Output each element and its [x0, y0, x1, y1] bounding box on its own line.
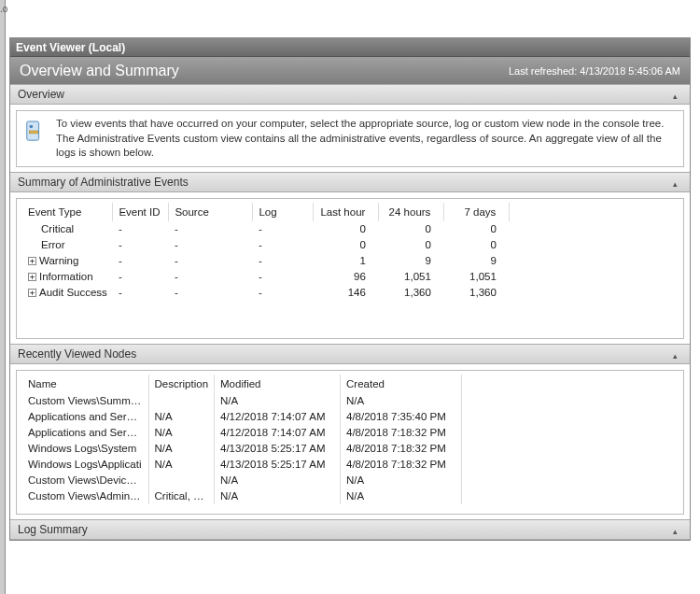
cell-log: - [253, 285, 314, 301]
cell-modified: N/A [215, 393, 341, 409]
cell-created: N/A [341, 473, 462, 488]
expand-icon[interactable]: + [28, 289, 36, 297]
overview-header-label: Overview [18, 88, 64, 101]
cell-7-days: 0 [444, 237, 510, 253]
cell-modified: 4/13/2018 5:25:17 AM [215, 457, 341, 473]
cell-source: - [169, 269, 253, 285]
cell-name: Custom Views\Device M... [22, 473, 148, 488]
summary-table: Event Type Event ID Source Log Last hour… [22, 203, 678, 301]
overview-header[interactable]: Overview ▴ [10, 84, 690, 105]
cell-modified: 4/12/2018 7:14:07 AM [215, 425, 341, 441]
cell-event-id: - [113, 285, 169, 301]
cell-24-hours: 9 [379, 253, 444, 269]
expand-icon[interactable]: + [28, 273, 36, 281]
col-24-hours[interactable]: 24 hours [379, 203, 444, 221]
cell-7-days: 9 [444, 253, 510, 269]
cell-description [148, 393, 215, 409]
table-row[interactable]: Error---000 [22, 237, 678, 253]
collapse-icon: ▴ [673, 527, 682, 532]
log-summary-header[interactable]: Log Summary ▴ [10, 519, 690, 540]
cell-created: 4/8/2018 7:18:32 PM [341, 441, 462, 457]
cell-log: - [253, 269, 314, 285]
cell-source: - [169, 221, 253, 237]
cell-name: Windows Logs\Applicati [22, 457, 148, 473]
cell-name: Applications and Service... [22, 425, 148, 441]
banner-title: Overview and Summary [20, 63, 179, 79]
collapse-icon: ▴ [673, 179, 682, 185]
cell-last-hour: 96 [314, 269, 379, 285]
summary-header-row: Event Type Event ID Source Log Last hour… [22, 203, 678, 221]
svg-rect-1 [30, 131, 38, 134]
cell-log: - [253, 237, 314, 253]
cell-modified: 4/12/2018 7:14:07 AM [215, 409, 341, 425]
col-modified[interactable]: Modified [215, 375, 341, 393]
cell-name: Custom Views\Summary... [22, 393, 148, 409]
cell-last-hour: 1 [314, 253, 379, 269]
cell-log: - [253, 221, 314, 237]
table-row[interactable]: Applications and Service...N/A4/12/2018 … [22, 409, 678, 425]
collapse-icon: ▴ [673, 92, 682, 97]
recent-header[interactable]: Recently Viewed Nodes ▴ [10, 344, 690, 364]
recent-table: Name Description Modified Created Custom… [22, 375, 678, 504]
cell-7-days: 0 [444, 221, 510, 237]
cell-event-id: - [113, 237, 169, 253]
col-spacer [510, 203, 678, 221]
col-description[interactable]: Description [148, 375, 215, 393]
summary-table-wrap: Event Type Event ID Source Log Last hour… [16, 198, 684, 339]
cell-last-hour: 0 [314, 237, 379, 253]
table-row[interactable]: +Warning---199 [22, 253, 678, 269]
cell-last-hour: 146 [314, 285, 379, 301]
col-name[interactable]: Name [22, 375, 148, 393]
col-last-hour[interactable]: Last hour [314, 203, 379, 221]
col-log[interactable]: Log [253, 203, 314, 221]
cell-modified: N/A [215, 488, 341, 504]
col-source[interactable]: Source [169, 203, 253, 221]
overview-text: To view events that have occurred on you… [56, 117, 676, 161]
left-window-edge: .o [0, 0, 6, 594]
recent-header-label: Recently Viewed Nodes [18, 347, 136, 361]
cell-log: - [253, 253, 314, 269]
cell-description: N/A [148, 425, 215, 441]
table-row[interactable]: +Audit Success---1461,3601,360 [22, 285, 678, 301]
cell-description: N/A [148, 409, 215, 425]
cell-created: N/A [341, 393, 462, 409]
recent-section: Recently Viewed Nodes ▴ Name Description… [10, 344, 690, 515]
table-row[interactable]: Critical---000 [22, 221, 678, 237]
col-spacer [462, 375, 678, 393]
log-summary-section: Log Summary ▴ [10, 519, 690, 540]
table-row[interactable]: Custom Views\Summary...N/AN/A [22, 393, 678, 409]
summary-header[interactable]: Summary of Administrative Events ▴ [10, 172, 690, 192]
col-event-type[interactable]: Event Type [22, 203, 113, 221]
expand-icon[interactable]: + [28, 257, 36, 265]
table-row[interactable]: Custom Views\Device M...N/AN/A [22, 473, 678, 488]
table-row[interactable]: Applications and Service...N/A4/12/2018 … [22, 425, 678, 441]
cell-modified: N/A [215, 473, 341, 488]
cell-created: 4/8/2018 7:35:40 PM [341, 409, 462, 425]
table-row[interactable]: Custom Views\Administr...Critical, Er...… [22, 488, 678, 504]
cell-name: Custom Views\Administr... [22, 488, 148, 504]
table-row[interactable]: Windows Logs\ApplicatiN/A4/13/2018 5:25:… [22, 457, 678, 473]
cell-event-type: Critical [22, 221, 113, 237]
overview-section: Overview ▴ To view events that have occu… [10, 84, 690, 167]
col-event-id[interactable]: Event ID [113, 203, 169, 221]
svg-point-2 [30, 125, 34, 129]
pane-title: Event Viewer (Local) [10, 38, 690, 57]
cell-event-type: Error [22, 237, 113, 253]
overview-banner: Overview and Summary Last refreshed: 4/1… [10, 57, 690, 85]
cell-24-hours: 1,051 [379, 269, 444, 285]
cell-event-id: - [113, 221, 169, 237]
pane-title-label: Event Viewer (Local) [16, 41, 125, 54]
table-row[interactable]: Windows Logs\SystemN/A4/13/2018 5:25:17 … [22, 441, 678, 457]
collapse-icon: ▴ [673, 351, 682, 357]
summary-header-label: Summary of Administrative Events [18, 176, 189, 189]
col-7-days[interactable]: 7 days [444, 203, 510, 221]
col-created[interactable]: Created [341, 375, 462, 393]
cell-event-id: - [113, 253, 169, 269]
cell-created: N/A [341, 488, 462, 504]
table-row[interactable]: +Information---961,0511,051 [22, 269, 678, 285]
cell-24-hours: 0 [379, 221, 444, 237]
recent-table-wrap: Name Description Modified Created Custom… [16, 370, 684, 515]
cell-event-type: +Warning [22, 253, 113, 269]
cell-name: Windows Logs\System [22, 441, 148, 457]
cell-24-hours: 0 [379, 237, 444, 253]
